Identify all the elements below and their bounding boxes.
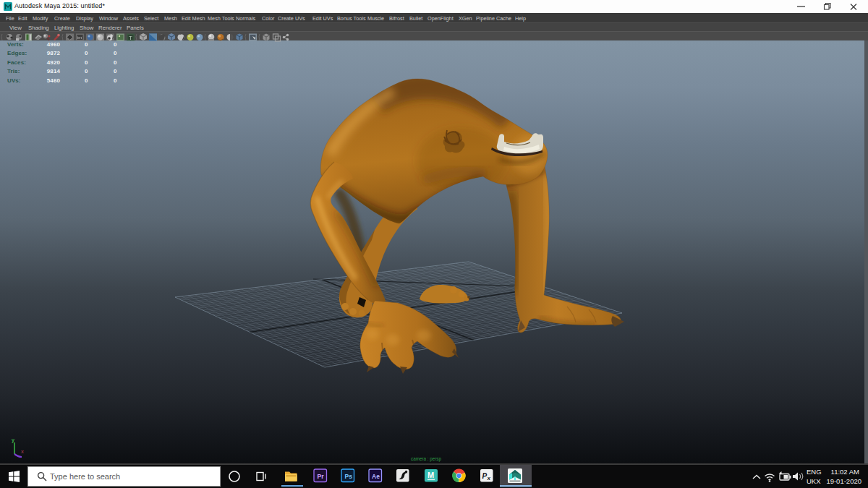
svg-text:Ps: Ps [345,473,353,480]
svg-text:y: y [12,437,14,443]
svg-text:x: x [21,449,24,454]
svg-text:M: M [427,471,434,479]
svg-text:im: im [77,35,82,40]
svg-text:ENG: ENG [807,468,822,476]
svg-text:camera : persp: camera : persp [411,456,441,462]
svg-text:x: x [487,475,491,481]
svg-text:Pr: Pr [318,473,325,480]
svg-text:11:02 AM: 11:02 AM [831,468,860,476]
svg-text:19-01-2020: 19-01-2020 [826,477,861,485]
svg-text:P: P [482,472,488,480]
svg-text:UKX: UKX [807,477,821,485]
svg-text:Ae: Ae [372,473,380,480]
